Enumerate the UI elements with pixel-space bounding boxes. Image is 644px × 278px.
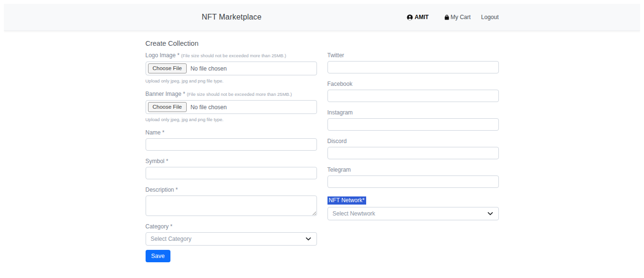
telegram-label: Telegram — [327, 167, 499, 173]
save-button[interactable]: Save — [146, 250, 171, 262]
description-textarea[interactable] — [146, 196, 317, 216]
name-label: Name * — [146, 130, 317, 135]
chevron-down-icon — [305, 236, 312, 242]
discord-group: Discord — [327, 138, 499, 159]
banner-image-size-note: (File size should not be exceeded more t… — [187, 92, 292, 97]
nav-cart[interactable]: My Cart — [444, 14, 471, 21]
logo-file-help: Upload only jpeg, jpg and png file type. — [146, 79, 317, 83]
twitter-label: Twitter — [327, 52, 499, 58]
telegram-group: Telegram — [327, 167, 499, 188]
nft-network-label: NFT Network* — [327, 196, 366, 205]
facebook-label: Facebook — [327, 81, 499, 87]
instagram-group: Instagram — [327, 110, 499, 131]
symbol-group: Symbol * — [146, 158, 317, 179]
chevron-down-icon — [487, 210, 494, 217]
banner-file-status: No file chosen — [190, 104, 227, 111]
category-selected-value: Select Category — [151, 236, 191, 242]
telegram-input[interactable] — [327, 175, 499, 188]
nft-network-select[interactable]: Select Newtwork — [327, 207, 499, 220]
logo-file-input[interactable]: Choose File No file chosen — [146, 62, 317, 75]
banner-image-label: Banner Image * (File size should not be … — [146, 91, 317, 97]
page-title: Create Collection — [146, 40, 499, 47]
navbar: NFT Marketplace AMIT — [4, 4, 640, 31]
banner-image-label-text: Banner Image * — [146, 91, 185, 97]
facebook-group: Facebook — [327, 81, 499, 102]
description-group: Description * — [146, 187, 317, 216]
discord-input[interactable] — [327, 147, 499, 159]
banner-file-input[interactable]: Choose File No file chosen — [146, 100, 317, 114]
nav-items: AMIT My Cart Logout — [407, 14, 498, 21]
bag-icon — [444, 14, 450, 21]
category-group: Category * Select Category — [146, 224, 317, 246]
logo-image-label: Logo Image * (File size should not be ex… — [146, 52, 317, 59]
banner-file-help: Upload only jpeg, jpg and png file type. — [146, 117, 317, 122]
banner-choose-file-button[interactable]: Choose File — [148, 102, 187, 112]
brand-title: NFT Marketplace — [202, 13, 262, 21]
category-select[interactable]: Select Category — [146, 232, 317, 246]
nav-cart-label: My Cart — [451, 14, 471, 21]
name-input[interactable] — [146, 138, 317, 151]
category-label: Category * — [146, 224, 317, 229]
instagram-label: Instagram — [327, 110, 499, 115]
description-label: Description * — [146, 187, 317, 193]
logo-file-status: No file chosen — [190, 65, 227, 72]
discord-label: Discord — [327, 138, 499, 144]
twitter-group: Twitter — [327, 52, 499, 73]
nav-user-label: AMIT — [414, 14, 428, 21]
person-circle-icon — [407, 14, 413, 21]
symbol-label: Symbol * — [146, 158, 317, 164]
logo-image-group: Logo Image * (File size should not be ex… — [146, 52, 317, 83]
banner-image-group: Banner Image * (File size should not be … — [146, 91, 317, 122]
facebook-input[interactable] — [327, 90, 499, 102]
nav-logout[interactable]: Logout — [481, 14, 499, 21]
nft-network-selected-value: Select Newtwork — [333, 210, 375, 217]
instagram-input[interactable] — [327, 118, 499, 131]
nft-network-group: NFT Network* Select Newtwork — [327, 196, 499, 220]
logo-image-size-note: (File size should not be exceeded more t… — [181, 53, 286, 58]
symbol-input[interactable] — [146, 167, 317, 179]
logo-image-label-text: Logo Image * — [146, 52, 179, 59]
name-group: Name * — [146, 130, 317, 151]
form-left-column: Logo Image * (File size should not be ex… — [146, 52, 317, 262]
create-collection-page: Create Collection Logo Image * (File siz… — [146, 31, 499, 262]
navbar-inner: NFT Marketplace AMIT — [146, 4, 499, 31]
nav-user[interactable]: AMIT — [407, 14, 428, 21]
form-right-column: Twitter Facebook Instagram Discord Teleg… — [327, 52, 499, 228]
logo-choose-file-button[interactable]: Choose File — [148, 63, 187, 73]
twitter-input[interactable] — [327, 61, 499, 73]
